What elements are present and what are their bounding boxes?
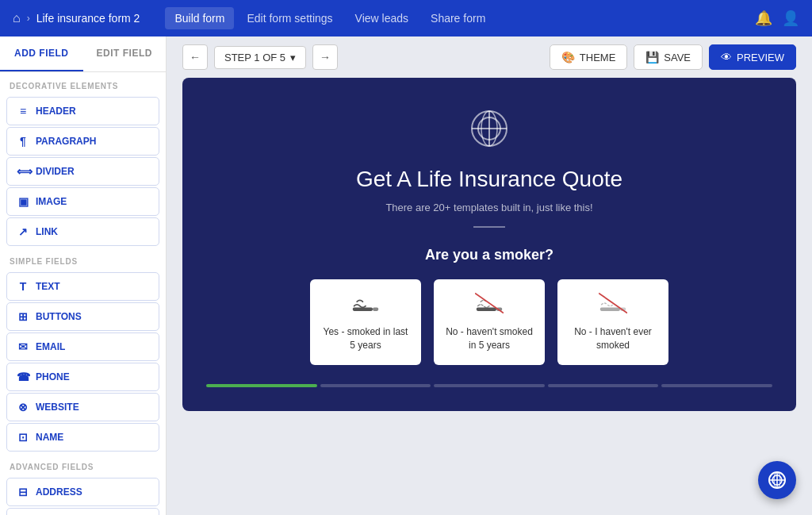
sidebar-item-checkboxes[interactable]: ☑ CHECKBOXES <box>6 508 159 515</box>
sidebar-tabs: ADD FIELD EDIT FIELD <box>0 37 166 72</box>
breadcrumb-chevron: › <box>27 13 30 24</box>
save-button[interactable]: 💾 SAVE <box>634 44 703 70</box>
email-icon: ✉ <box>17 340 29 353</box>
step-indicator[interactable]: STEP 1 OF 5 ▾ <box>214 46 306 69</box>
section-advanced: ADVANCED FIELDS <box>0 453 166 476</box>
option-yes-label: Yes - smoked in last 5 years <box>320 325 412 352</box>
home-icon[interactable]: ⌂ <box>13 11 21 25</box>
svg-rect-6 <box>373 307 378 311</box>
sidebar-item-address[interactable]: ⊟ ADDRESS <box>6 478 159 506</box>
nav-build-form[interactable]: Build form <box>165 7 234 29</box>
phone-icon: ☎ <box>17 371 29 383</box>
user-icon[interactable]: 👤 <box>782 10 799 27</box>
preview-icon: 👁 <box>721 51 732 63</box>
sidebar-item-image[interactable]: ▣ IMAGE <box>6 187 159 216</box>
option-no-havent-label: No - haven't smoked in 5 years <box>443 325 535 352</box>
svg-rect-7 <box>477 307 496 311</box>
website-icon: ⊗ <box>17 401 29 413</box>
form-preview: Get A Life Insurance Quote There are 20+… <box>182 78 796 411</box>
smoke-icon-yes <box>351 292 380 317</box>
main-layout: ADD FIELD EDIT FIELD DECORATIVE ELEMENTS… <box>0 37 812 515</box>
text-icon: T <box>17 280 29 293</box>
progress-segment-5 <box>661 384 772 387</box>
theme-button[interactable]: 🎨 THEME <box>550 44 628 70</box>
nav-edit-form-settings[interactable]: Edit form settings <box>237 7 342 29</box>
form-subtitle: There are 20+ templates built in, just l… <box>385 202 592 213</box>
nav-right: 🔔 👤 <box>755 10 799 27</box>
form-logo <box>470 110 508 151</box>
form-canvas: Get A Life Insurance Quote There are 20+… <box>167 78 812 515</box>
sidebar-item-name[interactable]: ⊡ NAME <box>6 423 159 452</box>
prev-step-button[interactable]: ← <box>182 44 208 70</box>
name-icon: ⊡ <box>17 431 29 444</box>
tab-edit-field[interactable]: EDIT FIELD <box>83 37 167 71</box>
progress-segment-1 <box>206 384 317 387</box>
bell-icon[interactable]: 🔔 <box>755 10 772 27</box>
section-simple: SIMPLE FIELDS <box>0 248 166 271</box>
step-chevron-down: ▾ <box>290 52 296 63</box>
address-icon: ⊟ <box>17 486 29 498</box>
paragraph-icon: ¶ <box>17 135 29 148</box>
buttons-icon: ⊞ <box>17 310 29 323</box>
preview-button[interactable]: 👁 PREVIEW <box>709 44 796 70</box>
progress-bar <box>206 384 772 387</box>
progress-segment-3 <box>434 384 545 387</box>
link-icon: ↗ <box>17 225 29 238</box>
divider-icon: ⟺ <box>17 165 29 178</box>
nav-share-form[interactable]: Share form <box>421 7 495 29</box>
form-divider <box>473 226 505 228</box>
svg-rect-5 <box>353 307 373 311</box>
help-icon <box>768 471 787 490</box>
smoker-options: Yes - smoked in last 5 years <box>310 279 668 365</box>
save-icon: 💾 <box>645 51 659 63</box>
tab-add-field[interactable]: ADD FIELD <box>0 37 83 71</box>
image-icon: ▣ <box>17 195 29 208</box>
smoker-option-no-havent[interactable]: No - haven't smoked in 5 years <box>434 279 545 365</box>
section-decorative: DECORATIVE ELEMENTS <box>0 72 166 95</box>
sidebar-item-link[interactable]: ↗ LINK <box>6 217 159 246</box>
smoker-option-no-never[interactable]: No - I haven't ever smoked <box>557 279 668 365</box>
form-title: Get A Life Insurance Quote <box>356 167 622 192</box>
sidebar-item-email[interactable]: ✉ EMAIL <box>6 332 159 361</box>
step-label: STEP 1 OF 5 <box>224 52 285 63</box>
sidebar: ADD FIELD EDIT FIELD DECORATIVE ELEMENTS… <box>0 37 167 515</box>
progress-segment-4 <box>548 384 659 387</box>
content-area: ← STEP 1 OF 5 ▾ → 🎨 THEME 💾 SAVE 👁 PREVI… <box>167 37 812 515</box>
help-fab[interactable] <box>758 461 796 499</box>
smoker-option-yes[interactable]: Yes - smoked in last 5 years <box>310 279 421 365</box>
sidebar-item-website[interactable]: ⊗ WEBSITE <box>6 393 159 421</box>
sidebar-item-text[interactable]: T TEXT <box>6 272 159 301</box>
svg-rect-10 <box>600 307 620 311</box>
next-step-button[interactable]: → <box>312 44 338 70</box>
smoke-icon-no-havent <box>475 292 504 317</box>
header-icon: ≡ <box>17 105 29 117</box>
toolbar-right: 🎨 THEME 💾 SAVE 👁 PREVIEW <box>550 44 796 70</box>
top-nav: ⌂ › Life insurance form 2 Build form Edi… <box>0 0 812 37</box>
nav-view-leads[interactable]: View leads <box>346 7 418 29</box>
toolbar: ← STEP 1 OF 5 ▾ → 🎨 THEME 💾 SAVE 👁 PREVI… <box>167 37 812 78</box>
smoke-icon-no-never <box>599 292 627 317</box>
option-no-never-label: No - I haven't ever smoked <box>567 325 659 352</box>
sidebar-item-header[interactable]: ≡ HEADER <box>6 97 159 125</box>
sidebar-item-buttons[interactable]: ⊞ BUTTONS <box>6 302 159 331</box>
sidebar-item-phone[interactable]: ☎ PHONE <box>6 363 159 391</box>
logo-svg <box>470 110 508 148</box>
progress-segment-2 <box>320 384 431 387</box>
sidebar-item-paragraph[interactable]: ¶ PARAGRAPH <box>6 127 159 156</box>
sidebar-item-divider[interactable]: ⟺ DIVIDER <box>6 157 159 186</box>
nav-links: Build form Edit form settings View leads… <box>165 7 495 29</box>
page-title: Life insurance form 2 <box>36 12 140 25</box>
form-question: Are you a smoker? <box>425 247 553 263</box>
theme-icon: 🎨 <box>561 51 575 63</box>
